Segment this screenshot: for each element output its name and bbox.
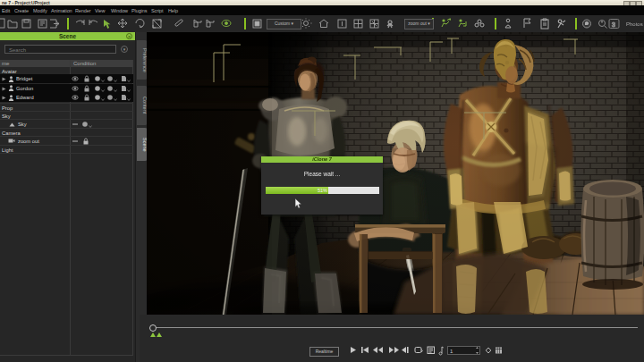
svg-text:3: 3 [612,21,615,28]
svg-text:Photos: Photos [626,21,643,27]
